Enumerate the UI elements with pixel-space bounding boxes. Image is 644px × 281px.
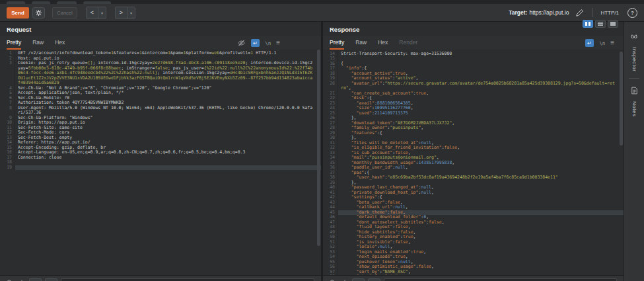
request-tab-raw[interactable]: Raw bbox=[32, 39, 44, 50]
layout-single-button[interactable] bbox=[608, 20, 618, 28]
request-tab-hex[interactable]: Hex bbox=[55, 39, 65, 50]
request-line: 18 bbox=[0, 160, 321, 165]
burp-repeater-window: Send Cancel < ▾ > ▾ Target:https://api.p… bbox=[0, 0, 644, 281]
layout-columns-button[interactable] bbox=[583, 20, 593, 28]
next-request-group: > ▾ bbox=[115, 7, 135, 19]
next-request-dropdown[interactable]: ▾ bbox=[127, 7, 135, 19]
response-line: 16{ bbox=[323, 61, 624, 67]
response-search-bar bbox=[323, 275, 624, 281]
sidebar-tab-label: Notes bbox=[631, 101, 637, 116]
response-search-input[interactable] bbox=[384, 278, 617, 281]
editor-menu-icon[interactable]: ≡ bbox=[276, 40, 280, 46]
line-number: 3 bbox=[0, 61, 15, 66]
help-icon[interactable]: ? bbox=[627, 8, 637, 18]
word-wrap-icon[interactable]: ↵ bbox=[585, 39, 594, 47]
response-line: 29 "features":{ bbox=[323, 131, 624, 136]
response-line-text: "avatar_url":"https://secure.gravatar.co… bbox=[338, 81, 624, 91]
sidebar-tab-notes[interactable]: Notes bbox=[624, 81, 644, 120]
editor-split: Request PrettyRawHex ↵ \n ≡ 1GET /v2/acc… bbox=[0, 22, 644, 281]
request-line: 3Cookie: pas_js_retry_queue=[]; intercom… bbox=[0, 61, 321, 86]
line-number: 20 bbox=[323, 81, 338, 87]
gear-icon bbox=[35, 9, 42, 17]
response-editor[interactable]: 13X-Frame-Options: DENY14Strict-Transpor… bbox=[323, 50, 624, 275]
send-settings-button[interactable] bbox=[32, 7, 45, 19]
repeater-toolbar: Send Cancel < ▾ > ▾ Target:https://api.p… bbox=[0, 4, 644, 22]
line-number: 6 bbox=[0, 96, 15, 101]
cancel-button[interactable]: Cancel bbox=[52, 7, 77, 19]
previous-request-dropdown[interactable]: ▾ bbox=[98, 7, 106, 19]
sidebar-divider bbox=[629, 78, 639, 79]
line-number: 1 bbox=[0, 51, 15, 56]
line-number: 8 bbox=[0, 106, 15, 111]
send-button[interactable]: Send bbox=[7, 7, 29, 19]
request-line-text: User-Agent: Mozilla/5.0 (Windows NT 10.0… bbox=[15, 106, 321, 116]
response-scrollbar[interactable] bbox=[620, 50, 623, 273]
response-tab-pretty[interactable]: Pretty bbox=[330, 39, 344, 50]
target-url: https://api.put.io bbox=[529, 9, 569, 16]
sidebar-tab-inspector[interactable]: Inspector bbox=[624, 27, 644, 75]
response-line-text bbox=[338, 56, 624, 61]
request-scrollbar[interactable] bbox=[317, 50, 320, 273]
request-line-text bbox=[15, 165, 321, 171]
hide-nonprinting-icon[interactable] bbox=[237, 39, 246, 47]
word-wrap-icon[interactable]: ↵ bbox=[251, 39, 260, 47]
response-tab-bar: PrettyRawHexRender ↵ \n ≡ bbox=[323, 36, 624, 50]
response-line: 38 "user_hash":"e85c69ba2bf53dc8af19a436… bbox=[323, 175, 624, 181]
response-line-text: "used":2114109713375 bbox=[338, 111, 624, 116]
request-line: 19 bbox=[0, 165, 321, 171]
request-tab-bar: PrettyRawHex ↵ \n ≡ bbox=[0, 36, 321, 50]
request-line: 17Connection: close bbox=[0, 155, 321, 161]
previous-request-group: < ▾ bbox=[86, 7, 106, 19]
response-tab-raw[interactable]: Raw bbox=[355, 39, 367, 50]
previous-request-button[interactable]: < bbox=[87, 7, 98, 19]
request-panel-title: Request bbox=[0, 22, 321, 36]
response-panel-title: Response bbox=[323, 22, 624, 36]
search-next-button[interactable] bbox=[368, 278, 380, 281]
layout-rows-button[interactable] bbox=[595, 20, 606, 28]
search-prev-button[interactable] bbox=[352, 278, 365, 281]
request-editor-icons: ↵ \n ≡ bbox=[237, 39, 280, 47]
line-number: 7 bbox=[0, 100, 15, 106]
response-line-text: "paddle_user_id":null, bbox=[338, 165, 624, 171]
search-prev-button[interactable] bbox=[29, 278, 42, 281]
search-help-icon[interactable] bbox=[328, 278, 337, 281]
request-tab-pretty[interactable]: Pretty bbox=[7, 39, 21, 50]
request-line-text: GET /v2/account/info?download_token=1&fe… bbox=[15, 51, 321, 56]
show-newlines-icon[interactable]: \n bbox=[599, 40, 605, 46]
request-line: 8User-Agent: Mozilla/5.0 (Windows NT 10.… bbox=[0, 106, 321, 116]
search-help-icon[interactable] bbox=[5, 278, 14, 281]
editor-menu-icon[interactable]: ≡ bbox=[610, 40, 614, 46]
line-number: 5 bbox=[0, 91, 15, 96]
notes-icon bbox=[631, 85, 638, 97]
line-number: 2 bbox=[0, 56, 15, 61]
search-next-button[interactable] bbox=[45, 278, 57, 281]
request-search-bar bbox=[0, 275, 321, 281]
request-line-text bbox=[15, 160, 321, 165]
line-number: 19 bbox=[0, 165, 15, 171]
response-line-text: "can_create_sub_account":true, bbox=[338, 91, 624, 97]
response-line: 14Strict-Transport-Security: max-age=315… bbox=[323, 52, 624, 57]
search-settings-icon[interactable] bbox=[340, 278, 349, 281]
layout-buttons bbox=[583, 20, 618, 28]
response-line-text: { bbox=[338, 61, 624, 67]
response-line: 20 "avatar_url":"https://secure.gravatar… bbox=[323, 81, 624, 91]
response-tab-hex[interactable]: Hex bbox=[378, 39, 388, 50]
target-display: Target:https://api.put.io bbox=[509, 9, 569, 16]
show-newlines-icon[interactable]: \n bbox=[265, 40, 271, 46]
search-settings-icon[interactable] bbox=[17, 278, 26, 281]
response-tab-render[interactable]: Render bbox=[399, 39, 417, 50]
next-request-button[interactable]: > bbox=[116, 7, 127, 19]
request-search-input[interactable] bbox=[61, 278, 314, 281]
edit-target-icon[interactable] bbox=[575, 9, 584, 17]
response-editor-icons: ↵ \n ≡ bbox=[585, 39, 614, 47]
response-line: 25 "used":2114109713375 bbox=[323, 111, 624, 116]
http-version-selector[interactable]: HTTP/1 bbox=[600, 10, 619, 16]
request-line-text: Cookie: pas_js_retry_queue=[]; intercom-… bbox=[15, 61, 321, 86]
response-line-text: "user_hash":"e85c69ba2bf53dc8af19a436942… bbox=[338, 175, 624, 181]
sidebar-tab-label: Inspector bbox=[631, 47, 637, 71]
response-panel: Response PrettyRawHexRender ↵ \n ≡ 13X-F… bbox=[323, 22, 624, 281]
toolbar-separator bbox=[592, 8, 592, 17]
request-panel: Request PrettyRawHex ↵ \n ≡ 1GET /v2/acc… bbox=[0, 22, 321, 281]
response-line: 15 bbox=[323, 56, 624, 61]
request-editor[interactable]: 1GET /v2/account/info?download_token=1&f… bbox=[0, 50, 321, 276]
